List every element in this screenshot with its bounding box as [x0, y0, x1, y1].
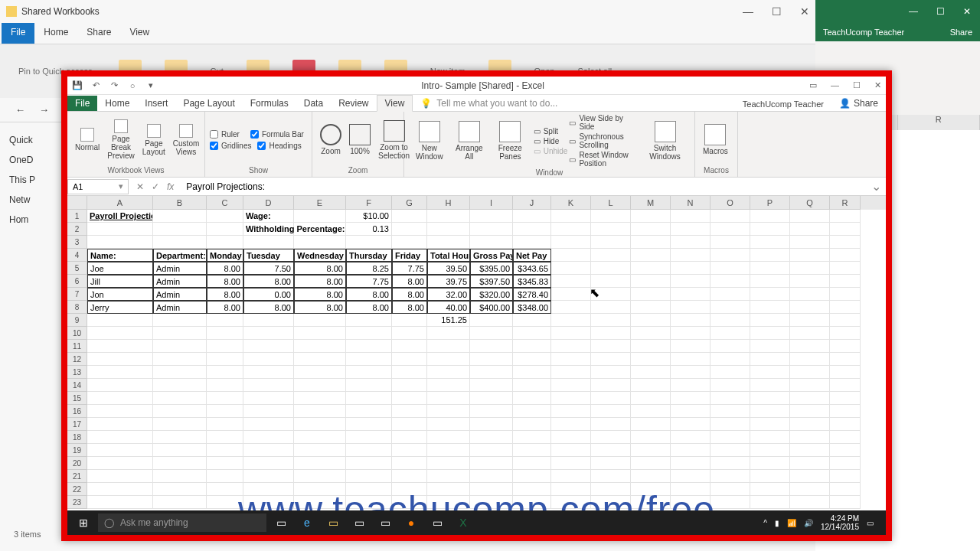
share-button[interactable]: 👤Share: [831, 96, 886, 111]
cell-E9[interactable]: [294, 314, 346, 327]
cell-R17[interactable]: [830, 418, 861, 431]
cell-R4[interactable]: [830, 249, 861, 262]
cell-O6[interactable]: [710, 275, 750, 288]
cell-P11[interactable]: [750, 340, 790, 353]
formula-bar[interactable]: Payroll Projections:: [181, 181, 867, 192]
cell-P5[interactable]: [750, 262, 790, 275]
row-7[interactable]: 7: [67, 288, 87, 301]
cell-B9[interactable]: [153, 314, 207, 327]
cell-A14[interactable]: [87, 379, 153, 392]
cell-C9[interactable]: [207, 314, 243, 327]
cell-B2[interactable]: [153, 223, 207, 236]
cell-D3[interactable]: [243, 236, 294, 249]
cell-I11[interactable]: [470, 340, 513, 353]
excel-taskicon[interactable]: X: [452, 514, 475, 532]
cell-P4[interactable]: [750, 249, 790, 262]
cell-P18[interactable]: [750, 431, 790, 444]
cell-M13[interactable]: [631, 366, 671, 379]
cell-I21[interactable]: [470, 470, 513, 483]
cell-R7[interactable]: [830, 288, 861, 301]
col-Q[interactable]: Q: [790, 196, 830, 210]
cell-J17[interactable]: [513, 418, 551, 431]
row-2[interactable]: 2: [67, 223, 87, 236]
cell-L20[interactable]: [591, 457, 631, 470]
cell-F7[interactable]: 8.00: [346, 288, 392, 301]
cell-N10[interactable]: [671, 327, 710, 340]
cell-M7[interactable]: [631, 288, 671, 301]
cell-O14[interactable]: [710, 379, 750, 392]
cell-F18[interactable]: [346, 431, 392, 444]
explorer-icon[interactable]: ▭: [322, 514, 345, 532]
cell-D5[interactable]: 7.50: [243, 262, 294, 275]
col-O[interactable]: O: [710, 196, 750, 210]
cell-K8[interactable]: [551, 301, 591, 314]
cell-K7[interactable]: [551, 288, 591, 301]
cell-Q10[interactable]: [790, 327, 830, 340]
switchwindows-button[interactable]: Switch Windows: [640, 119, 690, 162]
cell-J11[interactable]: [513, 340, 551, 353]
cell-G8[interactable]: 8.00: [392, 301, 427, 314]
cell-R21[interactable]: [830, 470, 861, 483]
cell-M4[interactable]: [631, 249, 671, 262]
tab-file[interactable]: File: [2, 23, 34, 44]
cell-G6[interactable]: 8.00: [392, 275, 427, 288]
cell-M19[interactable]: [631, 444, 671, 457]
row-18[interactable]: 18: [67, 431, 87, 444]
tab-review[interactable]: Review: [331, 96, 376, 111]
cell-K1[interactable]: [551, 210, 591, 223]
cell-N6[interactable]: [671, 275, 710, 288]
cell-I8[interactable]: $400.00: [470, 301, 513, 314]
cell-E20[interactable]: [294, 457, 346, 470]
cell-P20[interactable]: [750, 457, 790, 470]
cell-F2[interactable]: 0.13: [346, 223, 392, 236]
cell-C10[interactable]: [207, 327, 243, 340]
cell-K5[interactable]: [551, 262, 591, 275]
cell-P19[interactable]: [750, 444, 790, 457]
cell-N1[interactable]: [671, 210, 710, 223]
cell-M17[interactable]: [631, 418, 671, 431]
cell-P12[interactable]: [750, 353, 790, 366]
cell-J5[interactable]: $343.65: [513, 262, 551, 275]
cell-D19[interactable]: [243, 444, 294, 457]
cell-O11[interactable]: [710, 340, 750, 353]
cell-B17[interactable]: [153, 418, 207, 431]
cell-K13[interactable]: [551, 366, 591, 379]
cell-E13[interactable]: [294, 366, 346, 379]
cell-B16[interactable]: [153, 405, 207, 418]
cell-D1[interactable]: Wage:: [243, 210, 294, 223]
maximize-icon[interactable]: ☐: [936, 6, 945, 17]
col-A[interactable]: A: [87, 196, 153, 210]
cell-C21[interactable]: [207, 470, 243, 483]
cell-C6[interactable]: 8.00: [207, 275, 243, 288]
cell-E3[interactable]: [294, 236, 346, 249]
cell-F12[interactable]: [346, 353, 392, 366]
app-icon[interactable]: ▭: [374, 514, 397, 532]
cell-P7[interactable]: [750, 288, 790, 301]
col-B[interactable]: B: [153, 196, 207, 210]
cell-D20[interactable]: [243, 457, 294, 470]
cell-O15[interactable]: [710, 392, 750, 405]
minimize-icon[interactable]: —: [743, 5, 753, 18]
cell-I2[interactable]: [470, 223, 513, 236]
cell-R20[interactable]: [830, 457, 861, 470]
cell-K3[interactable]: [551, 236, 591, 249]
cell-J9[interactable]: [513, 314, 551, 327]
firefox-icon[interactable]: ●: [400, 514, 423, 532]
cell-I12[interactable]: [470, 353, 513, 366]
cell-A20[interactable]: [87, 457, 153, 470]
cell-K18[interactable]: [551, 431, 591, 444]
cell-L10[interactable]: [591, 327, 631, 340]
cell-O18[interactable]: [710, 431, 750, 444]
fx-icon[interactable]: fx: [167, 181, 174, 192]
cell-E5[interactable]: 8.00: [294, 262, 346, 275]
cell-H2[interactable]: [427, 223, 470, 236]
enter-icon[interactable]: ✓: [152, 181, 159, 192]
cell-A11[interactable]: [87, 340, 153, 353]
cell-B18[interactable]: [153, 431, 207, 444]
cell-R18[interactable]: [830, 431, 861, 444]
cell-Q6[interactable]: [790, 275, 830, 288]
cell-Q4[interactable]: [790, 249, 830, 262]
row-11[interactable]: 11: [67, 340, 87, 353]
cell-R8[interactable]: [830, 301, 861, 314]
cell-M1[interactable]: [631, 210, 671, 223]
